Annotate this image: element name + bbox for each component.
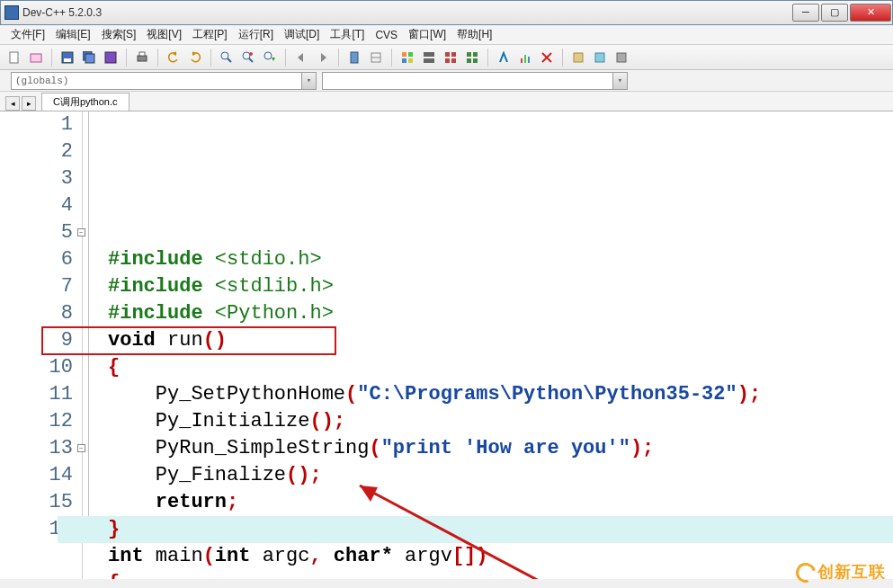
svg-rect-18 — [402, 52, 406, 57]
code-line[interactable]: } — [108, 516, 893, 543]
code-line[interactable]: return; — [108, 489, 893, 516]
find-next-icon[interactable] — [261, 49, 279, 67]
svg-rect-22 — [424, 52, 434, 57]
separator — [285, 49, 286, 67]
scope-bar: (globals) ▾ ▾ — [0, 70, 893, 92]
goto-icon[interactable] — [367, 49, 385, 67]
svg-point-14 — [264, 52, 272, 59]
svg-rect-30 — [467, 58, 471, 63]
code-line[interactable]: #include <stdio.h> — [108, 246, 893, 273]
menu-edit[interactable]: 编辑[E] — [50, 25, 96, 44]
separator — [487, 49, 488, 67]
debug-icon[interactable] — [495, 49, 513, 67]
code-line[interactable]: Py_Finalize(); — [108, 462, 893, 489]
maximize-button[interactable]: ▢ — [821, 4, 848, 22]
svg-rect-15 — [351, 52, 358, 63]
line-number: 7 — [0, 273, 73, 300]
rebuild-icon[interactable] — [463, 49, 481, 67]
menu-help[interactable]: 帮助[H] — [451, 25, 497, 44]
back-icon[interactable] — [292, 49, 310, 67]
options-icon[interactable] — [569, 49, 587, 67]
undo-icon[interactable] — [165, 49, 183, 67]
code-line[interactable]: { — [108, 354, 893, 381]
fold-margin-line — [88, 111, 89, 543]
svg-line-12 — [249, 58, 253, 62]
code-line[interactable]: PyRun_SimpleString("print 'How are you'"… — [108, 435, 893, 462]
menu-run[interactable]: 运行[R] — [233, 25, 279, 44]
menu-file[interactable]: 文件[F] — [5, 25, 50, 44]
code-editor[interactable]: 12345−678910111213−141516 #include <stdi… — [0, 111, 893, 579]
find-icon[interactable] — [218, 49, 236, 67]
svg-rect-21 — [408, 58, 413, 63]
tab-prev-button[interactable]: ◂ — [5, 96, 20, 111]
redo-icon[interactable] — [186, 49, 204, 67]
watermark-text: 创新互联 — [817, 563, 886, 581]
dropdown-icon[interactable]: ▾ — [301, 73, 316, 89]
dropdown-icon[interactable]: ▾ — [612, 73, 627, 89]
print-icon[interactable] — [133, 49, 151, 67]
line-number: 2 — [0, 138, 73, 165]
forward-icon[interactable] — [314, 49, 332, 67]
line-gutter: 12345−678910111213−141516 — [0, 111, 83, 579]
code-line[interactable]: Py_SetPythonHome("C:\Programs\Python\Pyt… — [108, 381, 893, 408]
minimize-button[interactable]: ─ — [792, 4, 819, 22]
help-icon[interactable] — [612, 49, 630, 67]
menu-tools[interactable]: 工具[T] — [325, 25, 370, 44]
new-file-icon[interactable] — [5, 49, 23, 67]
close-button[interactable]: ✕ — [850, 4, 891, 22]
members-combo[interactable]: ▾ — [322, 72, 628, 90]
line-number: 12 — [0, 408, 73, 435]
menu-project[interactable]: 工程[P] — [187, 25, 233, 44]
replace-icon[interactable] — [239, 49, 257, 67]
new-project-icon[interactable] — [27, 49, 45, 67]
scope-combo[interactable]: (globals) ▾ — [11, 72, 317, 90]
code-line[interactable]: #include <stdlib.h> — [108, 273, 893, 300]
svg-rect-34 — [528, 57, 530, 63]
compile-run-icon[interactable] — [442, 49, 460, 67]
line-number: 3 — [0, 165, 73, 192]
line-number: 6 — [0, 246, 73, 273]
app-icon — [4, 5, 19, 20]
svg-point-9 — [221, 52, 228, 59]
line-number: 8 — [0, 300, 73, 327]
svg-rect-32 — [521, 58, 522, 63]
tab-next-button[interactable]: ▸ — [22, 96, 36, 111]
window-title: Dev-C++ 5.2.0.3 — [22, 6, 791, 19]
profile-icon[interactable] — [516, 49, 534, 67]
watermark-logo-icon — [792, 559, 819, 586]
code-area[interactable]: #include <stdio.h>#include <stdlib.h>#in… — [83, 111, 893, 579]
code-line[interactable]: void run() — [108, 327, 893, 354]
svg-point-13 — [249, 52, 253, 56]
menu-window[interactable]: 窗口[W] — [403, 25, 451, 44]
svg-rect-28 — [467, 52, 471, 57]
svg-rect-38 — [595, 53, 604, 62]
line-number: 1 — [0, 111, 73, 138]
save-icon[interactable] — [58, 49, 76, 67]
delete-icon[interactable] — [538, 49, 556, 67]
toolbar — [0, 45, 893, 70]
svg-rect-24 — [445, 52, 450, 57]
menu-view[interactable]: 视图[V] — [141, 25, 187, 44]
run-icon[interactable] — [420, 49, 438, 67]
code-line[interactable]: int main(int argc, char* argv[]) — [108, 543, 893, 570]
code-line[interactable]: Py_Initialize(); — [108, 408, 893, 435]
compile-icon[interactable] — [398, 49, 416, 67]
env-options-icon[interactable] — [591, 49, 609, 67]
svg-rect-0 — [10, 52, 18, 63]
menu-cvs[interactable]: CVS — [370, 27, 403, 43]
svg-rect-37 — [574, 53, 583, 62]
bookmark-icon[interactable] — [345, 49, 363, 67]
tab-file[interactable]: C调用python.c — [41, 93, 129, 111]
menu-search[interactable]: 搜索[S] — [96, 25, 142, 44]
svg-line-10 — [228, 58, 231, 62]
separator — [51, 49, 52, 67]
line-number: 13− — [0, 435, 73, 462]
code-line[interactable]: { — [108, 570, 893, 579]
svg-rect-3 — [64, 58, 71, 62]
menu-debug[interactable]: 调试[D] — [279, 25, 325, 44]
svg-rect-23 — [424, 58, 434, 63]
code-line[interactable]: #include <Python.h> — [108, 300, 893, 327]
window-controls: ─ ▢ ✕ — [791, 4, 892, 22]
save-as-icon[interactable] — [102, 49, 120, 67]
save-all-icon[interactable] — [80, 49, 98, 67]
